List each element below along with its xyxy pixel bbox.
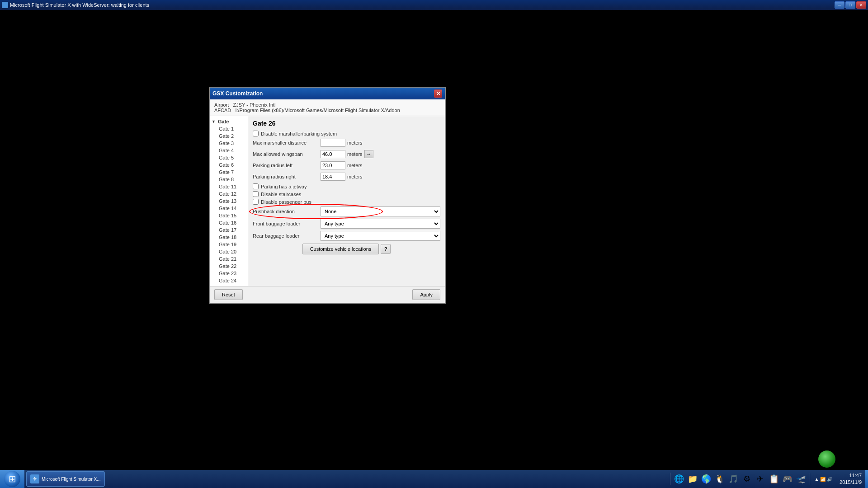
tree-item-gate16[interactable]: Gate 16	[210, 219, 248, 226]
tree-item-gate24[interactable]: Gate 24	[210, 277, 248, 284]
rear-baggage-select[interactable]: Any type Belt loader Scissor lift	[321, 231, 440, 241]
tree-item-gate17[interactable]: Gate 17	[210, 226, 248, 234]
expand-icon: ▼	[212, 119, 218, 124]
marshaller-meters: meters	[347, 140, 363, 145]
taskbar-time: 11:47	[840, 472, 862, 479]
customize-vehicle-locations-button[interactable]: Customize vehicle locations	[302, 244, 379, 254]
taskbar-date: 2015/11/9	[840, 479, 862, 486]
dialog-body: ▼ Gate Gate 1 Gate 2 Gate 3 Gate 4 Gate …	[210, 116, 445, 286]
tree-item-gate25[interactable]: Gate 25	[210, 284, 248, 286]
parking-right-label: Parking radius right	[253, 174, 321, 179]
tree-item-gate22[interactable]: Gate 22	[210, 263, 248, 270]
rear-baggage-dropdown[interactable]: Any type Belt loader Scissor lift	[321, 231, 440, 241]
tree-item-gate8[interactable]: Gate 8	[210, 176, 248, 183]
taskbar-separator2	[810, 473, 810, 485]
passenger-bus-checkbox[interactable]	[253, 199, 259, 205]
parking-right-input[interactable]	[321, 173, 345, 181]
tree-item-gate20[interactable]: Gate 20	[210, 248, 248, 255]
tree-item-gate19[interactable]: Gate 19	[210, 241, 248, 248]
tree-item-gate5[interactable]: Gate 5	[210, 154, 248, 161]
disable-marshaller-label: Disable marshaller/parking system	[261, 131, 337, 136]
pushback-select[interactable]: None Left Right Auto	[321, 206, 440, 216]
wingspan-meters: meters	[347, 151, 363, 157]
help-button[interactable]: ?	[381, 244, 391, 254]
tree-item-gate6[interactable]: Gate 6	[210, 161, 248, 169]
taskbar-icon-globe[interactable]: 🌐	[673, 473, 685, 485]
front-baggage-select[interactable]: Any type Belt loader Scissor lift	[321, 219, 440, 229]
taskbar-icon-music[interactable]: 🎵	[727, 473, 739, 485]
tree-item-gate18[interactable]: Gate 18	[210, 234, 248, 241]
disable-marshaller-row: Disable marshaller/parking system	[253, 131, 440, 136]
parking-left-label: Parking radius left	[253, 163, 321, 168]
parking-right-meters: meters	[347, 174, 363, 179]
tree-item-gate4[interactable]: Gate 4	[210, 147, 248, 154]
gate-tree-panel: ▼ Gate Gate 1 Gate 2 Gate 3 Gate 4 Gate …	[210, 116, 248, 286]
pushback-dropdown[interactable]: None Left Right Auto	[321, 206, 440, 216]
taskbar-icon-browser[interactable]: 🌎	[700, 473, 712, 485]
apply-button[interactable]: Apply	[412, 289, 440, 300]
tree-item-gate12[interactable]: Gate 12	[210, 190, 248, 197]
tree-item-gate15[interactable]: Gate 15	[210, 212, 248, 219]
wingspan-arrow-button[interactable]: →	[364, 150, 373, 158]
front-baggage-label: Front baggage loader	[253, 221, 321, 226]
quick-launch: 🌐 📁 🌎 🐧 🎵 ⚙ ✈ 📋 🎮 🛫	[671, 473, 809, 485]
disable-marshaller-checkbox[interactable]	[253, 131, 259, 136]
restore-button[interactable]: □	[845, 1, 855, 9]
jetway-checkbox[interactable]	[253, 183, 259, 189]
taskbar-icon-clipboard[interactable]: 📋	[768, 473, 780, 485]
parking-left-meters: meters	[347, 163, 363, 168]
tree-item-gate3[interactable]: Gate 3	[210, 140, 248, 147]
taskbar-icon-plane[interactable]: ✈	[755, 473, 766, 485]
staircases-checkbox[interactable]	[253, 191, 259, 197]
tray-icons: ▲ 📶 🔊	[815, 477, 832, 482]
start-orb: ⊞	[4, 471, 20, 487]
taskbar-icon-penguin[interactable]: 🐧	[714, 473, 726, 485]
tree-item-gate2[interactable]: Gate 2	[210, 132, 248, 140]
taskbar-fsx-item[interactable]: ✈ Microsoft Flight Simulator X...	[26, 471, 105, 487]
taskbar-icon-folder[interactable]: 📁	[687, 473, 698, 485]
taskbar-icon-game[interactable]: 🎮	[782, 473, 793, 485]
taskbar: ⊞ ✈ Microsoft Flight Simulator X... 🌐 📁 …	[0, 470, 868, 488]
tree-item-gate11[interactable]: Gate 11	[210, 183, 248, 190]
tree-item-gate14[interactable]: Gate 14	[210, 205, 248, 212]
tree-item-gate23[interactable]: Gate 23	[210, 270, 248, 277]
window-title: Microsoft Flight Simulator X with WideSe…	[10, 2, 149, 8]
titlebar: Microsoft Flight Simulator X with WideSe…	[0, 0, 868, 10]
tree-item-gate1[interactable]: Gate 1	[210, 125, 248, 132]
front-baggage-dropdown[interactable]: Any type Belt loader Scissor lift	[321, 219, 440, 229]
app-icon	[2, 2, 8, 8]
parking-left-input[interactable]	[321, 161, 345, 169]
gate-title: Gate 26	[253, 120, 440, 127]
taskbar-icon-gear[interactable]: ⚙	[741, 473, 753, 485]
dialog-close-button[interactable]: ✕	[434, 89, 442, 98]
staircases-label: Disable staircases	[261, 192, 301, 197]
dialog-header: Airport ZJSY - Phoenix Intl AFCAD I:/Pro…	[210, 99, 445, 116]
close-button[interactable]: ✕	[856, 1, 866, 9]
taskbar-items: ✈ Microsoft Flight Simulator X...	[24, 471, 669, 487]
jetway-row: Parking has a jetway	[253, 183, 440, 189]
passenger-bus-row: Disable passenger bus	[253, 199, 440, 205]
passenger-bus-label: Disable passenger bus	[261, 199, 311, 205]
vehicle-locations-row: Customize vehicle locations ?	[253, 244, 440, 254]
tree-root-label: Gate	[218, 119, 229, 124]
max-wingspan-input[interactable]	[321, 150, 345, 158]
tree-item-gate13[interactable]: Gate 13	[210, 197, 248, 205]
airport-info: Airport ZJSY - Phoenix Intl	[214, 102, 440, 108]
start-button[interactable]: ⊞	[0, 470, 24, 488]
titlebar-title-area: Microsoft Flight Simulator X with WideSe…	[2, 2, 149, 8]
rear-baggage-label: Rear baggage loader	[253, 233, 321, 239]
taskbar-icon-flight[interactable]: 🛫	[795, 473, 807, 485]
airport-label: Airport	[214, 102, 229, 108]
reset-button[interactable]: Reset	[214, 289, 243, 300]
max-marshaller-input[interactable]	[321, 139, 345, 147]
minimize-button[interactable]: ─	[835, 1, 844, 9]
tree-item-gate7[interactable]: Gate 7	[210, 169, 248, 176]
front-baggage-row: Front baggage loader Any type Belt loade…	[253, 219, 440, 229]
rear-baggage-row: Rear baggage loader Any type Belt loader…	[253, 231, 440, 241]
dialog-footer: Reset Apply	[210, 286, 445, 303]
parking-left-row: Parking radius left meters	[253, 161, 440, 170]
green-notification-icon[interactable]	[818, 450, 835, 468]
tree-item-gate21[interactable]: Gate 21	[210, 255, 248, 263]
taskbar-clock: 11:47 2015/11/9	[836, 472, 865, 486]
tree-root-gate[interactable]: ▼ Gate	[210, 118, 248, 125]
